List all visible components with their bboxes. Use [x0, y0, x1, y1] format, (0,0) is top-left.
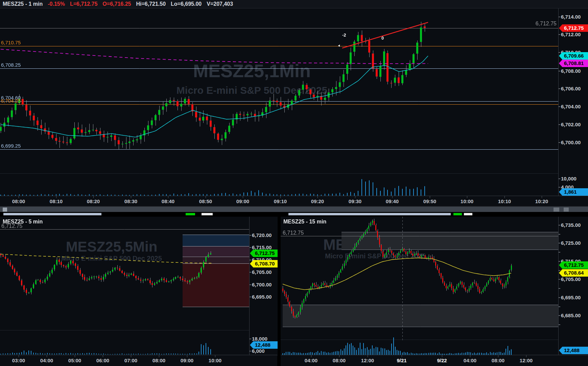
time-label: 9/22	[431, 358, 453, 363]
time-label: 04:00	[36, 358, 57, 363]
time-tick	[402, 355, 402, 357]
time-tick	[131, 196, 131, 198]
panel-title-15min: MESZ25 - 15 min	[283, 219, 326, 225]
scroll-indicator-segment[interactable]	[202, 213, 213, 215]
high-price-label: Hi=6,721.50	[136, 1, 166, 7]
axis-tick	[250, 247, 251, 248]
time-label: 08:50	[195, 198, 216, 204]
price-badge: 6,712.75	[559, 261, 588, 269]
axis-tick	[559, 34, 560, 35]
watermark-desc-1min: Micro E-mini S&P 500 Dec 2025	[142, 85, 362, 96]
axis-price-label: 10,000	[561, 175, 577, 182]
axis-tick	[559, 297, 560, 298]
low-price-label: Lo=6,695.00	[171, 1, 202, 7]
scroll-indicator-segment[interactable]	[464, 213, 472, 215]
time-label: 08:00	[328, 358, 350, 363]
time-axis-15min[interactable]: 04:0008:0012:009/219/2204:0008:0012:00	[281, 355, 588, 366]
time-tick	[504, 196, 505, 198]
axis-tick	[250, 339, 251, 339]
time-tick	[93, 196, 94, 198]
time-label: 12:00	[357, 358, 378, 363]
axis-tick	[559, 279, 560, 280]
price-axis-15min[interactable]: 6,735.006,725.006,715.006,705.006,695.00…	[558, 217, 588, 356]
time-tick	[442, 355, 442, 357]
time-label: 09:40	[381, 198, 403, 204]
axis-price-label: 6,695.00	[561, 294, 581, 301]
axis-price-label: 6,720.00	[252, 232, 272, 239]
axis-price-label: 6,700.00	[252, 281, 272, 288]
time-axis-1min[interactable]: 08:0008:1008:2008:3008:4008:5009:0009:10…	[0, 196, 588, 206]
axis-tick	[250, 260, 251, 260]
axis-tick	[250, 284, 251, 285]
scroll-indicator-segment[interactable]	[453, 213, 462, 215]
axis-price-label: 6,725.00	[561, 240, 581, 246]
axis-price-label: 6,705.00	[561, 276, 581, 283]
time-tick	[168, 196, 168, 198]
axis-minor-tick	[559, 306, 560, 307]
axis-tick	[559, 187, 560, 188]
chart-panel-1min[interactable]	[0, 8, 588, 206]
last-price-label: L=6,712.75	[70, 1, 97, 7]
time-tick	[339, 355, 339, 357]
time-tick	[430, 196, 430, 198]
time-tick	[392, 196, 393, 198]
time-label: 09:30	[344, 198, 366, 204]
scrollbar-thumb[interactable]	[564, 208, 569, 212]
time-label: 08:20	[83, 198, 104, 204]
price-badge: 6,712.75	[559, 24, 588, 32]
time-label: 08:00	[148, 358, 170, 363]
time-axis-5min[interactable]: 03:0004:0005:0006:0007:0008:0009:0010:00	[0, 355, 277, 366]
time-label: 04:00	[300, 358, 322, 363]
axis-tick	[250, 272, 251, 273]
horizontal-scrollbar[interactable]	[0, 206, 588, 213]
axis-tick	[559, 106, 560, 107]
scroll-indicator-segment[interactable]	[288, 213, 451, 215]
change-percent-label: -0.15%	[48, 1, 65, 7]
time-tick	[317, 196, 318, 198]
scroll-indicator-segment[interactable]	[186, 213, 195, 215]
time-label: 09:20	[307, 198, 328, 204]
time-label: 09:50	[419, 198, 441, 204]
scrollbar-thumb[interactable]	[3, 208, 7, 212]
scroll-indicator-segment[interactable]	[3, 213, 101, 215]
price-level-label: 6,708.25	[1, 62, 21, 68]
watermark-desc-15min: Micro E-mini S&P 500 Dec 2025	[294, 252, 456, 260]
price-badge: 6,708.64	[559, 269, 588, 277]
watermark-symbol-1min: MESZ25,1Min	[142, 60, 362, 81]
axis-minor-tick	[559, 252, 560, 253]
panel-divider	[277, 217, 281, 366]
trend-label-zero[interactable]: 0	[381, 36, 384, 41]
axis-tick	[559, 178, 560, 179]
current-price-label-5min: 6,712.75	[1, 223, 22, 229]
price-badge: 12,488	[250, 341, 278, 349]
price-axis-1min[interactable]: 6,714.006,712.006,710.006,708.006,706.00…	[558, 8, 588, 206]
time-label: 08:10	[45, 198, 67, 204]
price-axis-5min[interactable]: 6,720.006,715.006,710.006,705.006,700.00…	[249, 217, 278, 356]
symbol-interval-label: MESZ25 - 1 min	[3, 1, 43, 7]
axis-tick	[559, 17, 560, 17]
trend-label-minus2[interactable]: -2	[342, 33, 346, 38]
time-tick	[243, 196, 243, 198]
time-tick	[467, 196, 467, 198]
axis-tick	[559, 225, 560, 225]
axis-tick	[250, 235, 251, 236]
time-label: 05:00	[64, 358, 86, 363]
time-label: 03:00	[8, 358, 29, 363]
axis-tick	[250, 351, 251, 351]
time-label: 09:00	[176, 358, 198, 363]
time-tick	[206, 196, 206, 198]
time-tick	[526, 355, 526, 357]
price-badge: 6,708.70	[250, 260, 278, 267]
time-label: 04:00	[459, 358, 481, 363]
time-tick	[103, 355, 103, 357]
time-label: 9/21	[391, 358, 413, 363]
time-tick	[498, 355, 498, 357]
axis-price-label: 6,706.00	[561, 85, 581, 92]
scrollbar-thumb[interactable]	[554, 208, 559, 212]
time-label: 08:30	[120, 198, 142, 204]
axis-tick	[559, 142, 560, 143]
time-label: 10:10	[494, 198, 515, 204]
axis-tick	[559, 315, 560, 316]
time-label: 09:00	[232, 198, 254, 204]
time-tick	[542, 196, 542, 198]
